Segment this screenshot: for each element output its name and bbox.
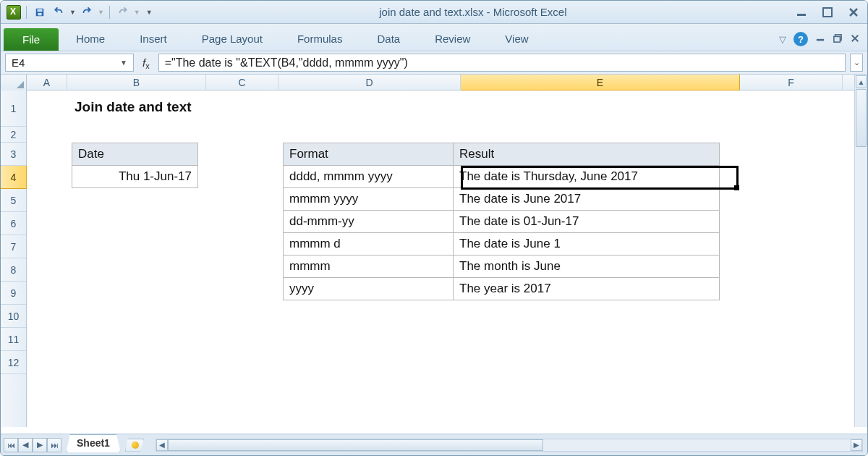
tab-page-layout[interactable]: Page Layout	[184, 27, 280, 51]
redo-button[interactable]	[79, 4, 95, 20]
date-table: Date Thu 1-Jun-17	[72, 143, 198, 188]
svg-rect-3	[797, 14, 806, 16]
row-header-10[interactable]: 10	[1, 305, 26, 328]
next-sheet-button[interactable]: ▶	[33, 438, 47, 452]
undo-icon	[54, 7, 64, 17]
col-header-F[interactable]: F	[740, 75, 843, 90]
fill-handle[interactable]	[734, 185, 739, 190]
result-cell[interactable]: The date is 01-Jun-17	[454, 211, 720, 233]
vertical-scrollbar[interactable]: ▲	[854, 75, 867, 427]
title-bar: ▼ ▼ ▼ ▼ join date and text.xlsx - Micros…	[1, 1, 867, 24]
format-header: Format	[284, 143, 454, 166]
result-cell[interactable]: The month is June	[454, 256, 720, 278]
name-box-value: E4	[12, 56, 25, 69]
row-header-4[interactable]: 4	[1, 166, 27, 189]
col-header-A[interactable]: A	[27, 75, 67, 90]
col-header-E[interactable]: E	[461, 75, 740, 90]
ribbon-tabs: File Home Insert Page Layout Formulas Da…	[1, 24, 867, 51]
vscroll-thumb[interactable]	[856, 89, 867, 147]
result-cell[interactable]: The date is Thursday, June 2017	[454, 166, 720, 188]
help-button[interactable]: ?	[793, 32, 808, 46]
format-cell[interactable]: dddd, mmmm yyyy	[284, 166, 454, 188]
workbook-minimize-button[interactable]	[815, 34, 825, 45]
workbook-close-button[interactable]	[850, 34, 860, 45]
date-header: Date	[72, 143, 198, 166]
sheet-tab-1[interactable]: Sheet1	[66, 434, 121, 452]
maximize-icon	[822, 7, 833, 17]
formula-input[interactable]: ="The date is "&TEXT(B4,"dddd, mmmm yyyy…	[158, 54, 846, 72]
row-header-8[interactable]: 8	[1, 258, 26, 282]
undo-button[interactable]	[51, 4, 67, 20]
date-value[interactable]: Thu 1-Jun-17	[72, 166, 198, 188]
col-header-C[interactable]: C	[206, 75, 278, 90]
formula-text: ="The date is "&TEXT(B4,"dddd, mmmm yyyy…	[165, 56, 408, 69]
file-tab[interactable]: File	[4, 28, 59, 51]
tab-view[interactable]: View	[488, 27, 545, 51]
ribbon-collapse-icon[interactable]: ▽	[779, 34, 786, 45]
row-header-12[interactable]: 12	[1, 351, 26, 374]
table-row: dd-mmm-yyThe date is 01-Jun-17	[284, 211, 720, 233]
table-row: yyyyThe year is 2017	[284, 278, 720, 300]
first-sheet-button[interactable]: ⏮	[4, 438, 18, 452]
close-button[interactable]	[846, 6, 861, 19]
scroll-right-button[interactable]: ▶	[851, 439, 862, 451]
row-header-9[interactable]: 9	[1, 282, 26, 305]
maximize-button[interactable]	[820, 6, 835, 19]
close-icon	[848, 7, 859, 17]
table-row: mmmm dThe date is June 1	[284, 233, 720, 256]
worksheet-grid[interactable]: A B C D E F 123456789101112 Join date an…	[1, 75, 867, 427]
table-row: mmmm yyyyThe date is June 2017	[284, 188, 720, 211]
minimize-button[interactable]	[793, 6, 809, 19]
tab-home[interactable]: Home	[59, 27, 122, 51]
format-cell[interactable]: mmmm d	[284, 233, 454, 256]
row-header-2[interactable]: 2	[1, 127, 26, 143]
name-box[interactable]: E4 ▼	[5, 54, 134, 72]
sheet-tab-bar: ⏮ ◀ ▶ ⏭ Sheet1 ◀ ▶	[1, 434, 867, 455]
excel-icon[interactable]	[7, 5, 21, 20]
new-sheet-button[interactable]	[125, 439, 144, 452]
row-header-5[interactable]: 5	[1, 189, 26, 212]
row-headers: 123456789101112	[1, 90, 27, 427]
scroll-up-button[interactable]: ▲	[856, 75, 867, 88]
col-header-D[interactable]: D	[278, 75, 461, 90]
tab-data[interactable]: Data	[359, 27, 417, 51]
format-cell[interactable]: dd-mmm-yy	[284, 211, 454, 233]
fx-icon[interactable]: fx	[138, 56, 154, 69]
save-button[interactable]	[32, 4, 48, 20]
result-header: Result	[454, 143, 720, 166]
redo-button-2[interactable]	[115, 4, 131, 20]
select-all-corner[interactable]	[1, 75, 27, 90]
format-cell[interactable]: mmmm	[284, 256, 454, 278]
formula-bar: E4 ▼ fx ="The date is "&TEXT(B4,"dddd, m…	[1, 51, 867, 75]
horizontal-scrollbar[interactable]: ◀ ▶	[156, 439, 863, 452]
sheet-heading: Join date and text	[75, 99, 192, 115]
result-cell[interactable]: The date is June 2017	[454, 188, 720, 211]
col-header-B[interactable]: B	[67, 75, 206, 90]
tab-insert[interactable]: Insert	[122, 27, 184, 51]
format-cell[interactable]: mmmm yyyy	[284, 188, 454, 211]
quick-access-toolbar: ▼ ▼ ▼ ▼	[7, 4, 153, 20]
formula-bar-expand[interactable]: ⌄	[850, 54, 863, 72]
svg-rect-1	[38, 9, 43, 12]
tab-review[interactable]: Review	[417, 27, 488, 51]
format-cell[interactable]: yyyy	[284, 278, 454, 300]
prev-sheet-button[interactable]: ◀	[18, 438, 33, 452]
column-headers: A B C D E F	[1, 75, 854, 90]
last-sheet-button[interactable]: ⏭	[47, 438, 61, 452]
redo-icon	[118, 7, 128, 17]
result-cell[interactable]: The year is 2017	[454, 278, 720, 300]
workbook-restore-button[interactable]	[833, 34, 843, 45]
hscroll-thumb[interactable]	[168, 439, 543, 451]
chevron-down-icon[interactable]: ▼	[120, 59, 127, 67]
tab-formulas[interactable]: Formulas	[280, 27, 360, 51]
row-header-1[interactable]: 1	[1, 90, 26, 127]
scroll-left-button[interactable]: ◀	[156, 439, 168, 451]
svg-rect-7	[834, 36, 841, 42]
result-cell[interactable]: The date is June 1	[454, 233, 720, 256]
row-header-3[interactable]: 3	[1, 143, 26, 166]
row-header-6[interactable]: 6	[1, 212, 26, 235]
cells-area[interactable]: Join date and text Date Thu 1-Jun-17 For…	[27, 90, 854, 427]
row-header-7[interactable]: 7	[1, 235, 26, 258]
save-icon	[35, 7, 45, 17]
row-header-11[interactable]: 11	[1, 328, 26, 351]
